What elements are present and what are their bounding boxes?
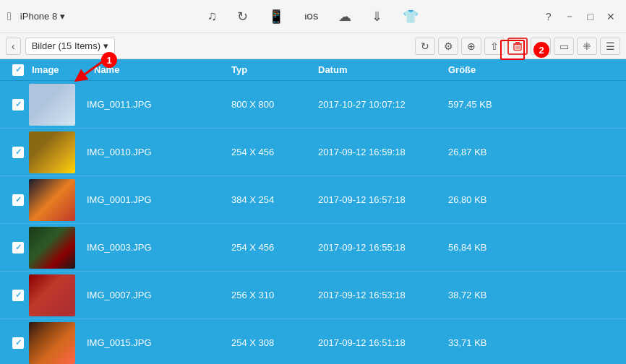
- row-date-1: 2017-09-12 16:59:18: [318, 147, 448, 157]
- settings-button[interactable]: ⚙: [438, 38, 458, 55]
- row-check: [7, 337, 29, 349]
- row-size-4: 38,72 KB: [448, 290, 520, 300]
- row-filename-2: IMG_0001.JPG: [87, 194, 231, 205]
- thumbnail-image-0: [29, 84, 75, 126]
- device-dropdown-arrow: ▾: [60, 11, 65, 22]
- row-type-2: 384 X 254: [231, 194, 318, 205]
- row-filename-1: IMG_0010.JPG: [87, 147, 231, 157]
- cloud-icon[interactable]: ☁: [335, 6, 354, 27]
- trash-icon: [513, 41, 523, 51]
- header-type[interactable]: Typ: [231, 64, 318, 75]
- refresh-button[interactable]: ↻: [415, 38, 435, 55]
- table-row[interactable]: IMG_0001.JPG 384 X 254 2017-09-12 16:57:…: [0, 176, 626, 224]
- help-button[interactable]: ?: [542, 9, 555, 24]
- row-filename-0: IMG_0011.JPG: [87, 99, 231, 110]
- close-button[interactable]: ✕: [603, 9, 619, 24]
- ios-icon[interactable]: iOS: [301, 9, 321, 24]
- row-filename-3: IMG_0003.JPG: [87, 242, 231, 253]
- row-checkbox-2[interactable]: [12, 194, 24, 206]
- row-thumbnail-5: [29, 322, 75, 364]
- row-type-0: 800 X 800: [231, 99, 318, 110]
- row-date-5: 2017-09-12 16:51:18: [318, 337, 448, 348]
- thumbnail-image-2: [29, 179, 75, 221]
- row-check: [7, 99, 29, 110]
- row-thumbnail-0: [29, 84, 75, 126]
- folder-dropdown[interactable]: Bilder (15 Items) ▾: [25, 38, 115, 55]
- thumbnail-image-4: [29, 274, 75, 316]
- row-type-1: 254 X 456: [231, 147, 318, 157]
- row-checkbox-5[interactable]: [12, 337, 24, 349]
- toolbar-actions: ↻ ⚙ ⊕ ⇧ ⇩ ▭ ⁜ ☰: [415, 38, 620, 55]
- row-date-3: 2017-09-12 16:55:18: [318, 242, 448, 253]
- toolbar: ‹ Bilder (15 Items) ▾ ↻ ⚙ ⊕ ⇧ ⇩ ▭: [0, 33, 626, 59]
- download-icon[interactable]: ⇓: [369, 6, 385, 27]
- row-checkbox-4[interactable]: [12, 290, 24, 301]
- add-button[interactable]: ⊕: [461, 38, 481, 55]
- thumbnail-image-1: [29, 131, 75, 173]
- row-size-2: 26,80 KB: [448, 194, 520, 205]
- header-size[interactable]: Größe: [448, 64, 520, 75]
- row-type-3: 254 X 456: [231, 242, 318, 253]
- table-row[interactable]: IMG_0015.JPG 254 X 308 2017-09-12 16:51:…: [0, 319, 626, 364]
- table-row[interactable]: IMG_0010.JPG 254 X 456 2017-09-12 16:59:…: [0, 129, 626, 176]
- row-size-5: 33,71 KB: [448, 337, 520, 348]
- header-date[interactable]: Datum: [318, 64, 448, 75]
- minimize-button[interactable]: －: [561, 9, 578, 25]
- row-checkbox-0[interactable]: [12, 99, 24, 110]
- row-check: [7, 242, 29, 254]
- device-selector[interactable]: iPhone 8 ▾: [16, 9, 69, 24]
- row-filename-5: IMG_0015.JPG: [87, 337, 231, 348]
- titlebar-left:  iPhone 8 ▾: [7, 9, 69, 24]
- svg-rect-1: [515, 42, 520, 43]
- screen-button[interactable]: ▭: [554, 38, 574, 55]
- row-type-5: 254 X 308: [231, 337, 318, 348]
- row-check: [7, 290, 29, 301]
- app-window:  iPhone 8 ▾ ♫ ↻ 📱 iOS ☁ ⇓ 👕 ? － □ ✕ ‹ B…: [0, 0, 626, 364]
- list-view-button[interactable]: ☰: [600, 38, 620, 55]
- device-name: iPhone 8: [20, 11, 57, 22]
- header-image[interactable]: Image: [29, 64, 87, 75]
- row-checkbox-1[interactable]: [12, 147, 24, 158]
- row-filename-4: IMG_0007.JPG: [87, 290, 231, 300]
- music-icon[interactable]: ♫: [205, 6, 220, 27]
- export-button[interactable]: ⇩: [531, 38, 551, 55]
- row-check: [7, 194, 29, 206]
- row-thumbnail-4: [29, 274, 75, 316]
- row-date-4: 2017-09-12 16:53:18: [318, 290, 448, 300]
- thumbnail-image-3: [29, 227, 75, 269]
- thumbnail-image-5: [29, 322, 75, 364]
- upload-button[interactable]: ⇧: [484, 38, 505, 55]
- table-body: IMG_0011.JPG 800 X 800 2017-10-27 10:07:…: [0, 81, 626, 364]
- table-row[interactable]: IMG_0003.JPG 254 X 456 2017-09-12 16:55:…: [0, 224, 626, 272]
- apple-logo-icon: : [7, 10, 12, 23]
- row-checkbox-3[interactable]: [12, 242, 24, 254]
- titlebar-right: ? － □ ✕: [542, 9, 619, 25]
- back-button[interactable]: ‹: [6, 38, 21, 55]
- table-row[interactable]: IMG_0007.JPG 256 X 310 2017-09-12 16:53:…: [0, 272, 626, 319]
- history-icon[interactable]: ↻: [234, 6, 251, 27]
- row-thumbnail-2: [29, 179, 75, 221]
- phone-icon[interactable]: 📱: [265, 6, 287, 27]
- titlebar:  iPhone 8 ▾ ♫ ↻ 📱 iOS ☁ ⇓ 👕 ? － □ ✕: [0, 0, 626, 33]
- row-check: [7, 147, 29, 158]
- header-check[interactable]: [7, 64, 29, 76]
- select-all-checkbox[interactable]: [12, 64, 24, 76]
- row-thumbnail-1: [29, 131, 75, 173]
- row-type-4: 256 X 310: [231, 290, 318, 300]
- folder-dropdown-arrow: ▾: [103, 40, 108, 51]
- row-size-3: 56,84 KB: [448, 242, 520, 253]
- folder-label: Bilder (15 Items): [32, 40, 100, 51]
- table-header: Image Name Typ Datum Größe: [0, 59, 626, 81]
- delete-button[interactable]: [507, 38, 528, 55]
- grid-view-button[interactable]: ⁜: [577, 38, 597, 55]
- row-thumbnail-3: [29, 227, 75, 269]
- header-name[interactable]: Name: [87, 64, 231, 75]
- row-size-1: 26,87 KB: [448, 147, 520, 157]
- titlebar-center: ♫ ↻ 📱 iOS ☁ ⇓ 👕: [205, 6, 421, 27]
- tshirt-icon[interactable]: 👕: [400, 6, 421, 27]
- row-date-2: 2017-09-12 16:57:18: [318, 194, 448, 205]
- row-size-0: 597,45 KB: [448, 99, 520, 110]
- table-row[interactable]: IMG_0011.JPG 800 X 800 2017-10-27 10:07:…: [0, 81, 626, 129]
- row-date-0: 2017-10-27 10:07:12: [318, 99, 448, 110]
- maximize-button[interactable]: □: [584, 9, 597, 24]
